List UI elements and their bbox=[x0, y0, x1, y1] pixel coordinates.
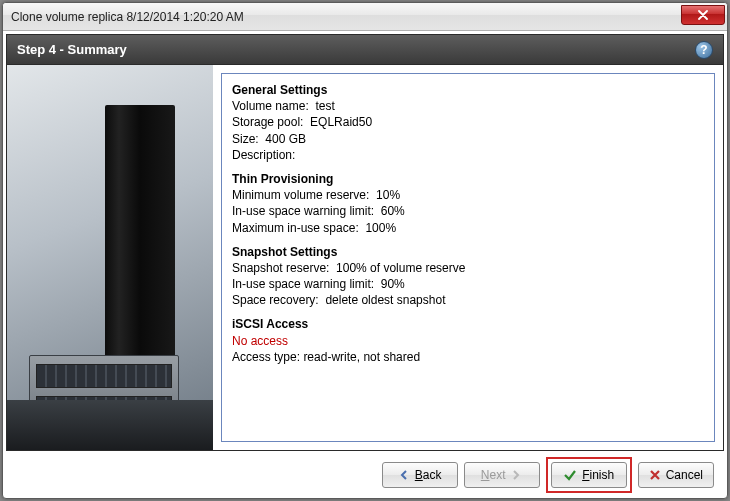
cancel-button-label: Cancel bbox=[666, 468, 703, 482]
close-icon bbox=[698, 10, 708, 20]
check-icon bbox=[563, 468, 577, 482]
finish-button-label: Finish bbox=[582, 468, 614, 482]
thin-provisioning-heading: Thin Provisioning bbox=[232, 171, 704, 187]
finish-highlight: Finish bbox=[546, 457, 632, 493]
back-button[interactable]: Back bbox=[382, 462, 458, 488]
wizard-window: Clone volume replica 8/12/2014 1:20:20 A… bbox=[2, 2, 728, 499]
max-inuse-row: Maximum in-use space: 100% bbox=[232, 220, 704, 236]
arrow-right-icon bbox=[510, 469, 522, 481]
snapshot-settings-heading: Snapshot Settings bbox=[232, 244, 704, 260]
cancel-icon bbox=[649, 469, 661, 481]
space-recovery-row: Space recovery: delete oldest snapshot bbox=[232, 292, 704, 308]
snapshot-reserve-row: Snapshot reserve: 100% of volume reserve bbox=[232, 260, 704, 276]
window-title: Clone volume replica 8/12/2014 1:20:20 A… bbox=[11, 10, 681, 24]
floor-graphic bbox=[7, 400, 213, 450]
window-close-button[interactable] bbox=[681, 5, 725, 25]
titlebar: Clone volume replica 8/12/2014 1:20:20 A… bbox=[3, 3, 727, 31]
iscsi-no-access: No access bbox=[232, 333, 704, 349]
next-button-label: Next bbox=[481, 468, 506, 482]
general-settings-heading: General Settings bbox=[232, 82, 704, 98]
thin-inuse-warn-row: In-use space warning limit: 60% bbox=[232, 203, 704, 219]
help-button[interactable]: ? bbox=[695, 41, 713, 59]
step-header: Step 4 - Summary ? bbox=[6, 34, 724, 64]
iscsi-access-heading: iSCSI Access bbox=[232, 316, 704, 332]
finish-button[interactable]: Finish bbox=[551, 462, 627, 488]
back-button-label: Back bbox=[415, 468, 442, 482]
storage-pool-row: Storage pool: EQLRaid50 bbox=[232, 114, 704, 130]
snapshot-inuse-warn-row: In-use space warning limit: 90% bbox=[232, 276, 704, 292]
wizard-button-bar: Back Next Finish Cancel bbox=[6, 455, 724, 495]
volume-name-row: Volume name: test bbox=[232, 98, 704, 114]
min-reserve-row: Minimum volume reserve: 10% bbox=[232, 187, 704, 203]
server-rack-graphic bbox=[105, 105, 175, 385]
access-type-row: Access type: read-write, not shared bbox=[232, 349, 704, 365]
size-row: Size: 400 GB bbox=[232, 131, 704, 147]
wizard-body: General Settings Volume name: test Stora… bbox=[6, 64, 724, 451]
wizard-side-image bbox=[7, 65, 213, 450]
next-button: Next bbox=[464, 462, 540, 488]
description-row: Description: bbox=[232, 147, 704, 163]
summary-pane: General Settings Volume name: test Stora… bbox=[221, 73, 715, 442]
step-title: Step 4 - Summary bbox=[17, 42, 127, 57]
help-icon: ? bbox=[700, 43, 707, 57]
arrow-left-icon bbox=[398, 469, 410, 481]
cancel-button[interactable]: Cancel bbox=[638, 462, 714, 488]
